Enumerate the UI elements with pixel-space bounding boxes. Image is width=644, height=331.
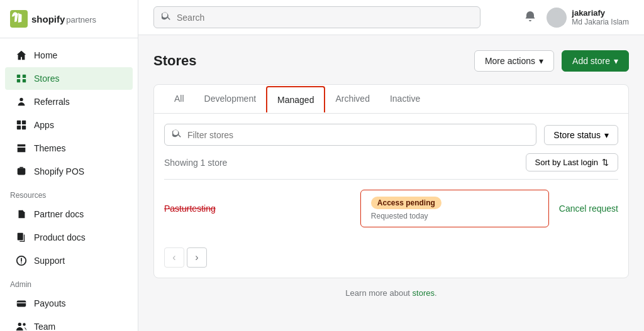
sidebar-item-home-label: Home [34, 50, 57, 60]
result-count: Showing 1 store [164, 158, 227, 168]
add-store-button[interactable]: Add store ▾ [562, 50, 629, 72]
result-header: Showing 1 store Sort by Last login ⇅ [164, 153, 618, 171]
page-header: Stores More actions ▾ Add store ▾ [153, 50, 629, 72]
search-bar[interactable] [153, 6, 480, 28]
user-name: jakariafy [572, 8, 629, 18]
avatar [547, 8, 567, 28]
svg-point-15 [21, 263, 22, 264]
sidebar-item-referrals[interactable]: Referrals [5, 90, 133, 113]
pos-icon [15, 165, 28, 178]
payouts-icon [15, 297, 28, 310]
sidebar-item-stores[interactable]: Stores [5, 67, 133, 90]
svg-rect-13 [18, 233, 23, 241]
sidebar: shopifypartners Home Stores [0, 0, 138, 331]
logo-text: shopifypartners [31, 14, 96, 24]
svg-rect-11 [19, 171, 23, 171]
sort-button[interactable]: Sort by Last login ⇅ [526, 153, 618, 171]
filter-search-icon [172, 129, 182, 141]
store-status-button[interactable]: Store status ▾ [544, 125, 618, 145]
filter-input-wrapper[interactable] [164, 124, 536, 146]
requested-text: Requested today [371, 212, 538, 220]
bell-icon[interactable] [524, 10, 536, 24]
topbar-actions: jakariafy Md Jakaria Islam [524, 8, 629, 28]
store-row-right: Access pending Requested today Cancel re… [360, 190, 618, 227]
shopify-logo-icon [10, 10, 28, 28]
prev-page-button[interactable]: ‹ [164, 247, 184, 268]
sidebar-item-apps[interactable]: Apps [5, 114, 133, 136]
user-avatar-area[interactable]: jakariafy Md Jakaria Islam [547, 8, 629, 28]
sidebar-item-referrals-label: Referrals [34, 97, 70, 107]
page-title: Stores [153, 53, 196, 69]
footer-note: Learn more about stores. [153, 288, 629, 298]
sidebar-item-team-label: Team [34, 322, 55, 331]
user-info: jakariafy Md Jakaria Islam [572, 8, 629, 26]
sidebar-item-themes[interactable]: Themes [5, 137, 133, 160]
tab-inactive[interactable]: Inactive [380, 85, 430, 114]
sidebar-item-pos-label: Shopify POS [34, 166, 84, 176]
svg-rect-6 [17, 121, 21, 124]
sidebar-item-apps-label: Apps [34, 120, 54, 130]
referrals-icon [15, 95, 28, 108]
sidebar-item-payouts[interactable]: Payouts [5, 292, 133, 315]
home-icon [15, 49, 28, 62]
sidebar-header: shopifypartners [0, 0, 138, 38]
filter-stores-input[interactable] [187, 130, 528, 140]
support-icon [15, 254, 28, 267]
store-name: Pasturtesting [164, 203, 216, 214]
svg-rect-8 [17, 126, 21, 129]
more-actions-button[interactable]: More actions ▾ [474, 50, 554, 72]
topbar: jakariafy Md Jakaria Islam [138, 0, 644, 35]
store-status-label: Store status [553, 130, 601, 140]
tab-development[interactable]: Development [194, 85, 267, 114]
svg-rect-16 [17, 301, 26, 307]
svg-rect-4 [23, 79, 26, 82]
product-docs-icon [15, 231, 28, 244]
add-store-label: Add store [572, 56, 610, 66]
svg-rect-2 [23, 75, 26, 78]
more-actions-label: More actions [485, 56, 535, 66]
tab-archived[interactable]: Archived [325, 85, 379, 114]
tab-managed[interactable]: Managed [266, 86, 325, 112]
tab-managed-label: Managed [277, 95, 314, 105]
status-badge: Access pending [371, 197, 441, 209]
main-content: jakariafy Md Jakaria Islam Stores More a… [138, 0, 644, 331]
sidebar-item-shopify-pos[interactable]: Shopify POS [5, 160, 133, 183]
svg-rect-9 [22, 126, 26, 129]
shopify-logo: shopifypartners [10, 10, 96, 28]
sort-icon: ⇅ [602, 158, 609, 167]
tab-development-label: Development [204, 94, 257, 104]
sidebar-item-product-docs-label: Product docs [34, 232, 86, 242]
chevron-down-icon: ▾ [539, 56, 543, 66]
sidebar-item-stores-label: Stores [34, 73, 59, 84]
filter-row: Store status ▾ [164, 124, 618, 146]
sidebar-nav: Home Stores Referrals Apps [0, 38, 138, 331]
tab-all[interactable]: All [164, 85, 194, 114]
admin-section-label: Admin [0, 273, 138, 291]
sidebar-item-support[interactable]: Support [5, 249, 133, 272]
svg-rect-3 [17, 79, 20, 82]
sidebar-item-partner-docs[interactable]: Partner docs [5, 203, 133, 225]
svg-rect-7 [22, 121, 26, 124]
card-body: Store status ▾ Showing 1 store Sort by L… [154, 114, 628, 278]
svg-point-17 [18, 323, 21, 326]
sort-by-text: Sort by [535, 158, 561, 167]
tabs: All Development Managed Archived Inactiv… [154, 85, 628, 114]
sidebar-item-home[interactable]: Home [5, 44, 133, 67]
footer-stores-link[interactable]: stores [413, 288, 435, 298]
user-sub: Md Jakaria Islam [572, 18, 629, 26]
tab-all-label: All [174, 94, 184, 104]
sort-value-text: Last login [563, 158, 598, 167]
search-input[interactable] [177, 13, 472, 23]
sidebar-item-team[interactable]: Team [5, 315, 133, 331]
pagination: ‹ › [164, 247, 618, 268]
cancel-request-link[interactable]: Cancel request [559, 203, 618, 214]
sort-label: Sort by Last login [535, 158, 598, 167]
search-icon [162, 11, 172, 23]
docs-icon [15, 208, 28, 220]
svg-point-18 [23, 323, 26, 326]
tab-inactive-label: Inactive [390, 94, 420, 104]
sidebar-item-product-docs[interactable]: Product docs [5, 226, 133, 249]
tab-archived-label: Archived [335, 94, 369, 104]
svg-rect-12 [19, 173, 22, 173]
next-page-button[interactable]: › [187, 247, 207, 268]
